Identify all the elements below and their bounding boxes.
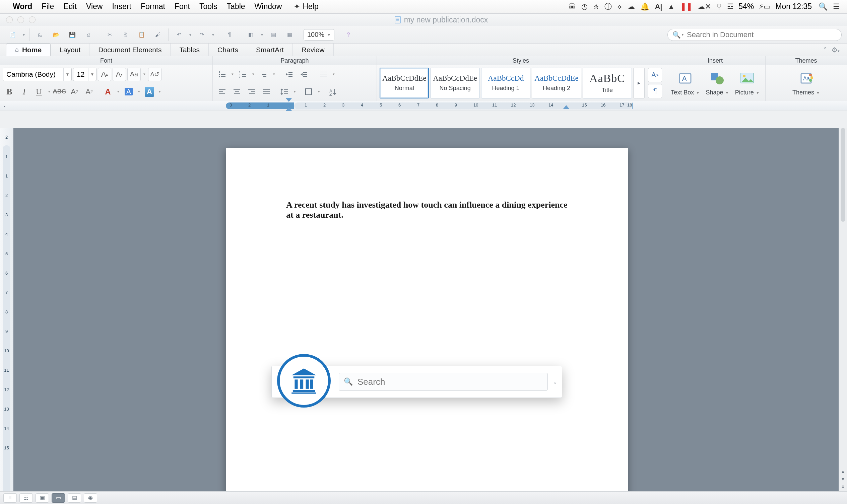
increase-indent-button[interactable]	[297, 68, 311, 81]
line-spacing-dropdown[interactable]: ▾	[293, 89, 297, 94]
menu-file[interactable]: File	[41, 2, 54, 11]
tab-smartart[interactable]: SmartArt	[247, 43, 293, 56]
menu-font[interactable]: Font	[175, 2, 190, 11]
subscript-button[interactable]: A2	[83, 85, 96, 98]
sort-button[interactable]: AZ	[326, 85, 339, 98]
multilevel-list-button[interactable]	[257, 68, 270, 81]
menu-tools[interactable]: Tools	[199, 2, 217, 11]
tab-layout[interactable]: Layout	[51, 43, 89, 56]
vertical-scrollbar[interactable]: ▲ ▼ ≡	[839, 128, 847, 491]
clock-text[interactable]: Mon 12:35	[775, 2, 812, 11]
text-effects-dropdown[interactable]: ▾	[157, 89, 162, 94]
redo-dropdown[interactable]: ▾	[211, 33, 215, 37]
ribbon-settings-button[interactable]: ⚙︎▾	[832, 46, 840, 54]
view-draft-button[interactable]: ≡	[3, 493, 17, 503]
menu-window[interactable]: Window	[254, 2, 282, 11]
collapse-ribbon-button[interactable]: ˄	[824, 46, 827, 54]
save-button[interactable]: 💾	[65, 28, 80, 41]
style-heading-2[interactable]: AaBbCcDdEeHeading 2	[532, 68, 581, 98]
notification-center-icon[interactable]: ☰	[833, 2, 840, 11]
menu-edit[interactable]: Edit	[63, 2, 77, 11]
insert-shape[interactable]: Shape▼	[706, 70, 729, 96]
text-direction-dropdown[interactable]: ▾	[331, 72, 336, 76]
text-direction-button[interactable]	[317, 68, 330, 81]
underline-dropdown[interactable]: ▾	[47, 89, 52, 94]
change-case-dropdown[interactable]: ▾	[142, 72, 147, 76]
view-publishing-button[interactable]: ▣	[36, 493, 49, 503]
bluetooth-icon[interactable]: ⚲	[716, 2, 722, 11]
floating-search-input[interactable]	[357, 377, 543, 387]
minimize-window-button[interactable]	[17, 16, 24, 23]
help-button[interactable]: ?	[341, 28, 355, 41]
strikethrough-button[interactable]: ABC	[53, 85, 66, 98]
sync-error-icon[interactable]: ☁✕	[698, 2, 711, 11]
document-search[interactable]: 🔍▾	[667, 29, 842, 41]
menu-help[interactable]: Help	[302, 2, 318, 11]
sidebar-dropdown[interactable]: ▾	[260, 33, 264, 37]
right-indent-marker[interactable]	[563, 105, 569, 109]
align-right-button[interactable]	[245, 85, 258, 98]
view-notebook-button[interactable]: ▤	[68, 493, 81, 503]
style-normal[interactable]: AaBbCcDdEeNormal	[380, 68, 429, 98]
underline-button[interactable]: U	[32, 85, 46, 98]
justify-button[interactable]	[260, 85, 273, 98]
bullets-button[interactable]	[215, 68, 229, 81]
format-painter-button[interactable]: 🖌	[151, 28, 165, 41]
floating-search-widget[interactable]: 🔍 ⌄	[271, 366, 562, 398]
line-spacing-button[interactable]	[278, 85, 291, 98]
style-no-spacing[interactable]: AaBbCcDdEeNo Spacing	[430, 68, 479, 98]
paste-button[interactable]: 📋	[135, 28, 149, 41]
wifi-icon[interactable]: ☲	[727, 2, 734, 11]
styles-pane-button[interactable]: ¶	[648, 84, 662, 98]
hanging-indent-marker[interactable]	[285, 107, 292, 111]
bell-icon[interactable]: 🔔	[640, 2, 649, 11]
google-drive-icon[interactable]: ▲	[667, 2, 675, 11]
shrink-font-button[interactable]: A▾	[112, 68, 126, 81]
zoom-selector[interactable]: 100% ▼	[303, 29, 334, 40]
sidebar-button[interactable]: ◧	[244, 28, 258, 41]
redo-button[interactable]: ↷	[195, 28, 209, 41]
borders-button[interactable]	[302, 85, 315, 98]
tab-document-elements[interactable]: Document Elements	[89, 43, 171, 56]
pause-icon[interactable]: ❚❚	[680, 2, 692, 11]
numbering-dropdown[interactable]: ▾	[251, 72, 255, 76]
battery-icon[interactable]: ⚡︎▭	[759, 2, 771, 11]
align-left-button[interactable]	[215, 85, 229, 98]
open-button[interactable]: 📂	[49, 28, 63, 41]
tab-charts[interactable]: Charts	[209, 43, 247, 56]
page-up-button[interactable]: ▲	[839, 468, 847, 475]
page-down-button[interactable]: ▼	[839, 475, 847, 483]
new-document-dropdown[interactable]: ▾	[21, 33, 26, 37]
new-document-button[interactable]: 📄	[5, 28, 19, 41]
themes-button[interactable]: Aa Themes▼	[792, 70, 820, 96]
first-line-indent-marker[interactable]	[285, 98, 292, 102]
app-menu[interactable]: Word	[13, 2, 32, 11]
dropbox-icon[interactable]: ⟡	[617, 2, 622, 11]
copy-button[interactable]: ⎘	[119, 28, 133, 41]
bullets-dropdown[interactable]: ▾	[230, 72, 235, 76]
insert-picture[interactable]: Picture▼	[735, 70, 760, 96]
grow-font-button[interactable]: A▴	[98, 68, 111, 81]
document-search-input[interactable]	[687, 31, 835, 39]
document-page[interactable]: A recent study has investigated how touc…	[226, 148, 628, 491]
view-outline-button[interactable]: ☷	[19, 493, 33, 503]
info-icon[interactable]: ⓘ	[604, 2, 612, 12]
borders-dropdown[interactable]: ▾	[317, 89, 321, 94]
document-paragraph[interactable]: A recent study has investigated how touc…	[286, 200, 570, 220]
chevron-down-icon[interactable]: ▼	[63, 68, 71, 81]
cut-button[interactable]: ✂︎	[103, 28, 117, 41]
decrease-indent-button[interactable]	[282, 68, 296, 81]
numbering-button[interactable]: 123	[236, 68, 250, 81]
bold-button[interactable]: B	[3, 85, 16, 98]
toolbox-button[interactable]: ▤	[266, 28, 280, 41]
superscript-button[interactable]: A2	[68, 85, 81, 98]
tab-review[interactable]: Review	[293, 43, 334, 56]
menu-insert[interactable]: Insert	[112, 2, 131, 11]
insert-textbox[interactable]: A Text Box▼	[671, 70, 700, 96]
document-canvas[interactable]: A recent study has investigated how touc…	[13, 128, 839, 491]
show-formatting-button[interactable]: ¶	[223, 28, 236, 41]
zoom-window-button[interactable]	[29, 16, 36, 23]
browse-object-button[interactable]: ≡	[839, 483, 847, 490]
style-heading-1[interactable]: AaBbCcDdHeading 1	[481, 68, 530, 98]
highlight-dropdown[interactable]: ▾	[137, 89, 141, 94]
